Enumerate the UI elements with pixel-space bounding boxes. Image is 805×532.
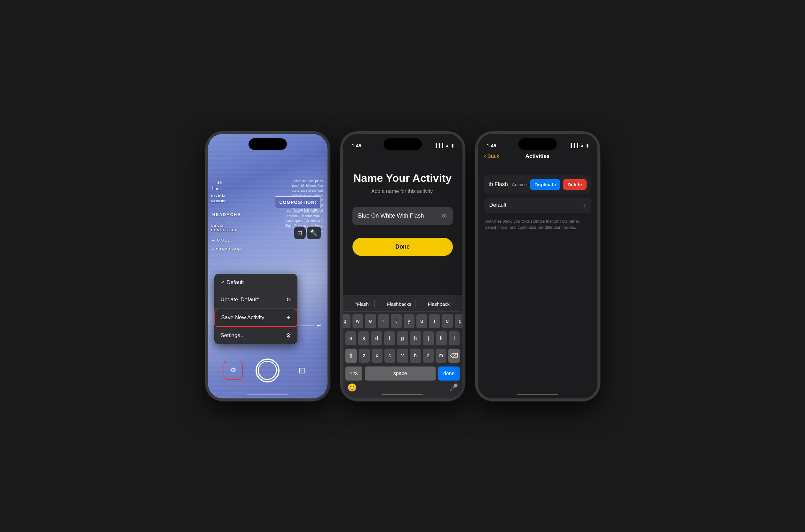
key-123[interactable]: 123 xyxy=(345,366,362,381)
autocomplete-flash[interactable]: "Flash" xyxy=(351,300,374,308)
status-icons-2: ▐▐▐ ▲ ▮ xyxy=(434,143,454,148)
slider-plus-icon: + xyxy=(317,321,321,330)
clear-input-button[interactable]: ⊗ xyxy=(442,212,447,220)
update-default-label: Update 'Default' xyxy=(221,297,259,303)
key-w[interactable]: w xyxy=(352,314,363,328)
key-r[interactable]: r xyxy=(378,314,389,328)
product-label-ur: ir® xyxy=(217,180,223,185)
save-new-activity-menu-item[interactable]: Save New Activity + xyxy=(214,309,297,327)
phone-2: 1:45 ▐▐▐ ▲ ▮ Name Your Activity Add a na… xyxy=(340,131,465,401)
phone3-content: 1:45 ▐▐▐ ▲ ▮ ‹ Back Activities th Flash xyxy=(478,134,598,398)
key-n[interactable]: n xyxy=(423,348,434,363)
key-c[interactable]: c xyxy=(384,348,395,363)
status-time-3: 1:45 xyxy=(487,143,496,148)
keyboard-bottom: 😊 🎤 xyxy=(344,381,461,392)
active-label: Active xyxy=(512,182,525,187)
default-menu-item[interactable]: ✓ Default xyxy=(214,274,297,291)
status-time-2: 1:45 xyxy=(352,143,361,148)
done-key[interactable]: done xyxy=(438,366,460,381)
key-m[interactable]: m xyxy=(436,348,446,363)
mic-key[interactable]: 🎤 xyxy=(450,383,458,392)
composition-label: COMPOSITION: xyxy=(279,200,316,205)
composition-box: COMPOSITION: xyxy=(275,196,321,208)
product-label-medicine: medicine. xyxy=(211,200,227,203)
chevron-left-icon: ‹ xyxy=(484,153,486,159)
activity-name-input[interactable]: Blue On White With Flash ⊗ xyxy=(352,207,453,225)
torch-button[interactable]: 🔦 xyxy=(307,227,321,239)
key-h[interactable]: h xyxy=(410,331,421,345)
battery-icon-2: ▮ xyxy=(451,143,454,148)
settings-label: Settings... xyxy=(221,332,245,339)
key-g[interactable]: g xyxy=(397,331,408,345)
key-e[interactable]: e xyxy=(365,314,376,328)
sub-item-chevron-icon: › xyxy=(584,202,586,209)
activity-dropdown-menu: ✓ Default Update 'Default' ↻ Save New Ac… xyxy=(214,274,297,344)
done-button[interactable]: Done xyxy=(352,238,453,256)
key-rows: q w e r t y u i o p a s d f g xyxy=(344,314,461,381)
key-s[interactable]: s xyxy=(358,331,369,345)
key-z[interactable]: z xyxy=(359,348,370,363)
activity-header-row: th Flash Active › Duplicate Delete xyxy=(484,175,591,194)
key-k[interactable]: k xyxy=(436,331,447,345)
key-l[interactable]: l xyxy=(449,331,460,345)
activity-action-buttons: Duplicate Delete xyxy=(530,179,587,190)
key-q[interactable]: q xyxy=(343,314,350,328)
settings-menu-item[interactable]: Settings... ⚙ xyxy=(214,327,297,344)
back-button[interactable]: ‹ Back xyxy=(484,153,499,159)
scan-frame-icon: ⊡ xyxy=(297,229,303,236)
headache-label: HEADACHE xyxy=(212,212,241,217)
delete-button[interactable]: Delete xyxy=(563,179,586,190)
key-i[interactable]: i xyxy=(429,314,440,328)
phone1-content: ir® ll on urveda medicine. HEADACHE NASA… xyxy=(208,134,328,398)
signal-icon-3: ▐▐▐ xyxy=(569,143,578,148)
key-t[interactable]: t xyxy=(391,314,402,328)
home-indicator-3 xyxy=(517,394,559,395)
home-indicator-1 xyxy=(247,394,289,395)
key-row-3: ⇧ z x c v b n m ⌫ xyxy=(345,348,460,363)
key-d[interactable]: d xyxy=(371,331,382,345)
emoji-key[interactable]: 😊 xyxy=(347,383,357,392)
product-label-on: ll on xyxy=(212,187,221,191)
key-a[interactable]: a xyxy=(345,331,356,345)
space-key[interactable]: space xyxy=(365,366,436,381)
cold-label: – COLD xyxy=(212,238,232,243)
shutter-button[interactable] xyxy=(256,359,279,382)
duplicate-button[interactable]: Duplicate xyxy=(530,179,561,190)
wifi-icon-3: ▲ xyxy=(580,143,584,148)
save-new-activity-label: Save New Activity xyxy=(221,315,264,321)
key-x[interactable]: x xyxy=(372,348,383,363)
home-indicator-2 xyxy=(382,394,423,395)
settings-button[interactable]: ⚙ xyxy=(223,361,243,380)
update-default-menu-item[interactable]: Update 'Default' ↻ xyxy=(214,291,297,309)
key-o[interactable]: o xyxy=(442,314,453,328)
autocomplete-bar: "Flash" Flashbacks Flashback xyxy=(344,298,461,311)
key-row-1: q w e r t y u i o p xyxy=(345,314,460,328)
gear-icon: ⚙ xyxy=(286,332,291,339)
phone-1: ir® ll on urveda medicine. HEADACHE NASA… xyxy=(205,131,330,401)
key-y[interactable]: y xyxy=(404,314,415,328)
cramp-pain-label: – CRAMP PAIN xyxy=(212,247,241,251)
key-p[interactable]: p xyxy=(455,314,462,328)
activities-info-text: Activities allow you to customize the co… xyxy=(484,216,591,233)
activities-body: th Flash Active › Duplicate Delete Defau… xyxy=(478,169,598,398)
delete-key[interactable]: ⌫ xyxy=(449,348,460,363)
key-row-2: a s d f g h j k l xyxy=(345,331,460,345)
key-b[interactable]: b xyxy=(410,348,421,363)
autocomplete-flashback[interactable]: Flashback xyxy=(424,300,454,308)
gallery-button[interactable]: ⊡ xyxy=(292,361,312,380)
key-v[interactable]: v xyxy=(397,348,408,363)
activity-status-badge: Active › xyxy=(512,182,528,187)
scan-button[interactable]: ⊡ xyxy=(294,227,306,239)
key-j[interactable]: j xyxy=(423,331,434,345)
wifi-icon-2: ▲ xyxy=(445,143,450,148)
shift-key[interactable]: ⇧ xyxy=(345,348,357,363)
product-label-urveda: urveda xyxy=(211,193,226,198)
phone2-content: 1:45 ▐▐▐ ▲ ▮ Name Your Activity Add a na… xyxy=(343,134,462,398)
battery-icon-3: ▮ xyxy=(586,143,588,148)
nasal-congestion-label: NASALCONGESTION xyxy=(211,224,238,232)
refresh-icon: ↻ xyxy=(286,296,291,303)
key-f[interactable]: f xyxy=(384,331,395,345)
key-u[interactable]: u xyxy=(416,314,427,328)
default-sub-item[interactable]: Default › xyxy=(484,197,591,213)
autocomplete-flashbacks[interactable]: Flashbacks xyxy=(383,300,416,308)
